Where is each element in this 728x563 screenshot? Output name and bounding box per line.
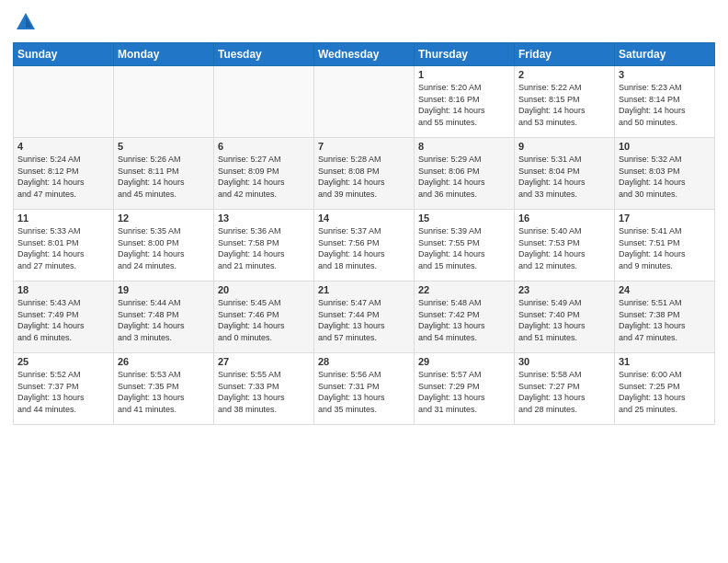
day-header-tuesday: Tuesday — [214, 43, 314, 66]
day-number: 29 — [418, 356, 510, 367]
day-number: 16 — [518, 213, 610, 224]
day-number: 14 — [318, 213, 410, 224]
cell-text: Sunrise: 5:20 AM Sunset: 8:16 PM Dayligh… — [418, 82, 510, 128]
day-header-monday: Monday — [114, 43, 214, 66]
cell-text: Sunrise: 5:24 AM Sunset: 8:12 PM Dayligh… — [17, 154, 109, 200]
header-row: SundayMondayTuesdayWednesdayThursdayFrid… — [14, 43, 715, 66]
day-number: 2 — [518, 69, 610, 80]
cell-text: Sunrise: 6:00 AM Sunset: 7:25 PM Dayligh… — [619, 369, 711, 415]
cell-text: Sunrise: 5:41 AM Sunset: 7:51 PM Dayligh… — [619, 225, 711, 271]
cell-text: Sunrise: 5:29 AM Sunset: 8:06 PM Dayligh… — [418, 154, 510, 200]
calendar-cell: 6Sunrise: 5:27 AM Sunset: 8:09 PM Daylig… — [214, 138, 314, 210]
calendar-cell: 21Sunrise: 5:47 AM Sunset: 7:44 PM Dayli… — [314, 282, 415, 353]
day-number: 1 — [418, 69, 510, 80]
day-number: 22 — [418, 284, 510, 295]
cell-text: Sunrise: 5:28 AM Sunset: 8:08 PM Dayligh… — [318, 154, 410, 200]
calendar-cell: 19Sunrise: 5:44 AM Sunset: 7:48 PM Dayli… — [114, 282, 214, 353]
day-number: 10 — [619, 141, 711, 152]
cell-text: Sunrise: 5:40 AM Sunset: 7:53 PM Dayligh… — [518, 225, 610, 271]
cell-text: Sunrise: 5:48 AM Sunset: 7:42 PM Dayligh… — [418, 297, 510, 343]
cell-text: Sunrise: 5:27 AM Sunset: 8:09 PM Dayligh… — [218, 154, 310, 200]
cell-text: Sunrise: 5:58 AM Sunset: 7:27 PM Dayligh… — [518, 369, 610, 415]
calendar-cell: 31Sunrise: 6:00 AM Sunset: 7:25 PM Dayli… — [615, 353, 715, 425]
cell-text: Sunrise: 5:47 AM Sunset: 7:44 PM Dayligh… — [318, 297, 410, 343]
day-header-saturday: Saturday — [615, 43, 715, 66]
day-number: 5 — [118, 141, 210, 152]
cell-text: Sunrise: 5:55 AM Sunset: 7:33 PM Dayligh… — [218, 369, 310, 415]
logo-icon — [13, 9, 39, 35]
calendar-cell: 20Sunrise: 5:45 AM Sunset: 7:46 PM Dayli… — [214, 282, 314, 353]
header — [13, 9, 715, 35]
day-number: 6 — [218, 141, 310, 152]
cell-text: Sunrise: 5:33 AM Sunset: 8:01 PM Dayligh… — [17, 225, 109, 271]
day-header-friday: Friday — [515, 43, 615, 66]
day-header-thursday: Thursday — [415, 43, 515, 66]
day-number: 4 — [17, 141, 109, 152]
week-row-4: 18Sunrise: 5:43 AM Sunset: 7:49 PM Dayli… — [14, 282, 715, 353]
calendar-cell: 28Sunrise: 5:56 AM Sunset: 7:31 PM Dayli… — [314, 353, 415, 425]
cell-text: Sunrise: 5:43 AM Sunset: 7:49 PM Dayligh… — [17, 297, 109, 343]
day-number: 21 — [318, 284, 410, 295]
day-number: 12 — [118, 213, 210, 224]
day-header-sunday: Sunday — [14, 43, 114, 66]
cell-text: Sunrise: 5:44 AM Sunset: 7:48 PM Dayligh… — [118, 297, 210, 343]
calendar-cell: 13Sunrise: 5:36 AM Sunset: 7:58 PM Dayli… — [214, 210, 314, 282]
cell-text: Sunrise: 5:57 AM Sunset: 7:29 PM Dayligh… — [418, 369, 510, 415]
calendar-cell: 4Sunrise: 5:24 AM Sunset: 8:12 PM Daylig… — [14, 138, 114, 210]
calendar-cell: 3Sunrise: 5:23 AM Sunset: 8:14 PM Daylig… — [615, 66, 715, 138]
day-number: 3 — [619, 69, 711, 80]
calendar-cell: 16Sunrise: 5:40 AM Sunset: 7:53 PM Dayli… — [515, 210, 615, 282]
day-number: 8 — [418, 141, 510, 152]
day-number: 15 — [418, 213, 510, 224]
cell-text: Sunrise: 5:36 AM Sunset: 7:58 PM Dayligh… — [218, 225, 310, 271]
week-row-5: 25Sunrise: 5:52 AM Sunset: 7:37 PM Dayli… — [14, 353, 715, 425]
day-number: 27 — [218, 356, 310, 367]
cell-text: Sunrise: 5:35 AM Sunset: 8:00 PM Dayligh… — [118, 225, 210, 271]
calendar-cell: 18Sunrise: 5:43 AM Sunset: 7:49 PM Dayli… — [14, 282, 114, 353]
calendar-cell: 23Sunrise: 5:49 AM Sunset: 7:40 PM Dayli… — [515, 282, 615, 353]
day-number: 31 — [619, 356, 711, 367]
calendar-cell: 22Sunrise: 5:48 AM Sunset: 7:42 PM Dayli… — [415, 282, 515, 353]
calendar-cell: 30Sunrise: 5:58 AM Sunset: 7:27 PM Dayli… — [515, 353, 615, 425]
week-row-3: 11Sunrise: 5:33 AM Sunset: 8:01 PM Dayli… — [14, 210, 715, 282]
cell-text: Sunrise: 5:51 AM Sunset: 7:38 PM Dayligh… — [619, 297, 711, 343]
calendar-cell — [314, 66, 415, 138]
cell-text: Sunrise: 5:26 AM Sunset: 8:11 PM Dayligh… — [118, 154, 210, 200]
calendar-cell: 5Sunrise: 5:26 AM Sunset: 8:11 PM Daylig… — [114, 138, 214, 210]
calendar-cell: 26Sunrise: 5:53 AM Sunset: 7:35 PM Dayli… — [114, 353, 214, 425]
day-number: 19 — [118, 284, 210, 295]
calendar-cell — [14, 66, 114, 138]
calendar-cell: 25Sunrise: 5:52 AM Sunset: 7:37 PM Dayli… — [14, 353, 114, 425]
day-number: 9 — [518, 141, 610, 152]
calendar-cell: 12Sunrise: 5:35 AM Sunset: 8:00 PM Dayli… — [114, 210, 214, 282]
week-row-2: 4Sunrise: 5:24 AM Sunset: 8:12 PM Daylig… — [14, 138, 715, 210]
day-number: 28 — [318, 356, 410, 367]
cell-text: Sunrise: 5:45 AM Sunset: 7:46 PM Dayligh… — [218, 297, 310, 343]
calendar-header: SundayMondayTuesdayWednesdayThursdayFrid… — [14, 43, 715, 66]
calendar-cell: 7Sunrise: 5:28 AM Sunset: 8:08 PM Daylig… — [314, 138, 415, 210]
calendar-cell: 2Sunrise: 5:22 AM Sunset: 8:15 PM Daylig… — [515, 66, 615, 138]
calendar-cell: 9Sunrise: 5:31 AM Sunset: 8:04 PM Daylig… — [515, 138, 615, 210]
cell-text: Sunrise: 5:32 AM Sunset: 8:03 PM Dayligh… — [619, 154, 711, 200]
cell-text: Sunrise: 5:31 AM Sunset: 8:04 PM Dayligh… — [518, 154, 610, 200]
calendar-cell: 15Sunrise: 5:39 AM Sunset: 7:55 PM Dayli… — [415, 210, 515, 282]
calendar-cell — [214, 66, 314, 138]
cell-text: Sunrise: 5:52 AM Sunset: 7:37 PM Dayligh… — [17, 369, 109, 415]
day-number: 17 — [619, 213, 711, 224]
day-number: 26 — [118, 356, 210, 367]
page: SundayMondayTuesdayWednesdayThursdayFrid… — [0, 0, 728, 563]
day-number: 13 — [218, 213, 310, 224]
day-number: 7 — [318, 141, 410, 152]
cell-text: Sunrise: 5:53 AM Sunset: 7:35 PM Dayligh… — [118, 369, 210, 415]
calendar-cell: 29Sunrise: 5:57 AM Sunset: 7:29 PM Dayli… — [415, 353, 515, 425]
calendar-cell: 17Sunrise: 5:41 AM Sunset: 7:51 PM Dayli… — [615, 210, 715, 282]
calendar-cell: 24Sunrise: 5:51 AM Sunset: 7:38 PM Dayli… — [615, 282, 715, 353]
logo — [13, 9, 42, 35]
cell-text: Sunrise: 5:37 AM Sunset: 7:56 PM Dayligh… — [318, 225, 410, 271]
day-number: 20 — [218, 284, 310, 295]
cell-text: Sunrise: 5:49 AM Sunset: 7:40 PM Dayligh… — [518, 297, 610, 343]
day-number: 25 — [17, 356, 109, 367]
day-number: 23 — [518, 284, 610, 295]
calendar-cell: 27Sunrise: 5:55 AM Sunset: 7:33 PM Dayli… — [214, 353, 314, 425]
calendar-cell: 11Sunrise: 5:33 AM Sunset: 8:01 PM Dayli… — [14, 210, 114, 282]
